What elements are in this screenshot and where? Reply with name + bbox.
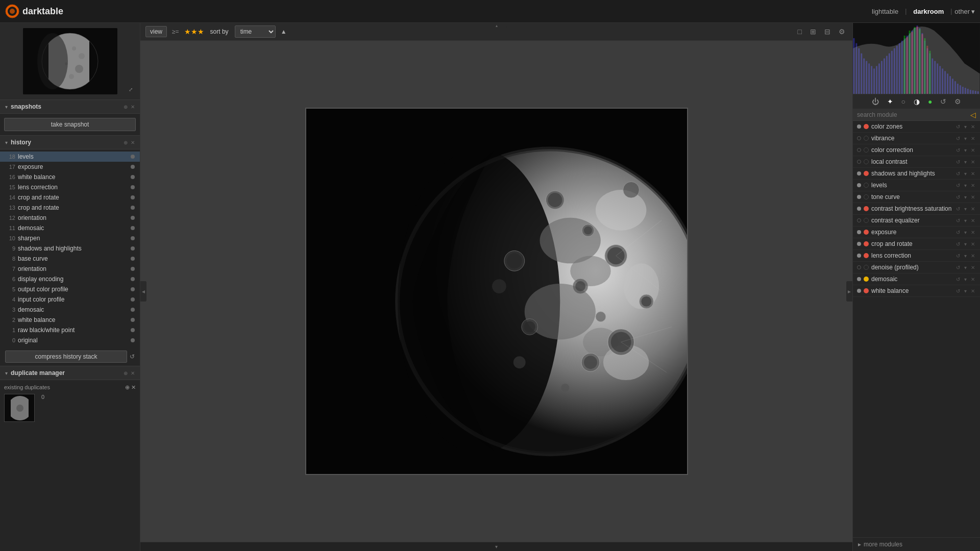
search-module-input[interactable] [857,111,970,118]
module-item[interactable]: exposure ↺ ▾ ✕ [853,227,980,238]
star-filter[interactable]: ★★★ [184,28,204,36]
module-item[interactable]: local contrast ↺ ▾ ✕ [853,156,980,168]
module-preset-icon[interactable]: ▾ [963,229,968,236]
history-copy-icon[interactable]: ⊕ [124,140,128,145]
module-item[interactable]: denoise (profiled) ↺ ▾ ✕ [853,262,980,273]
zoom-fill-icon[interactable]: ⊟ [822,27,832,37]
module-reset-icon[interactable]: ↺ [955,264,961,271]
module-item[interactable]: vibrance ↺ ▾ ✕ [853,133,980,144]
duplicate-thumbnail[interactable]: ★★★ [4,394,35,422]
module-delete-icon[interactable]: ✕ [970,170,976,177]
module-item[interactable]: demosaic ↺ ▾ ✕ [853,273,980,285]
module-reset-icon[interactable]: ↺ [955,229,961,236]
duplicate-trash-icon[interactable]: ✕ [131,370,135,376]
module-item[interactable]: lens correction ↺ ▾ ✕ [853,250,980,262]
module-reset-icon[interactable]: ↺ [955,241,961,247]
history-item[interactable]: 4 input color profile [0,294,140,305]
history-item[interactable]: 14 crop and rotate [0,192,140,203]
zoom-100-icon[interactable]: ⊞ [808,27,818,37]
module-item[interactable]: contrast equalizer ↺ ▾ ✕ [853,215,980,227]
module-item[interactable]: white balance ↺ ▾ ✕ [853,285,980,297]
more-modules[interactable]: ▸ more modules [853,537,980,551]
history-item[interactable]: 10 sharpen [0,233,140,243]
expand-icon[interactable]: ⤢ [129,87,133,92]
module-preset-icon[interactable]: ▾ [963,276,968,283]
module-delete-icon[interactable]: ✕ [970,206,976,212]
history-item[interactable]: 12 orientation [0,213,140,223]
modules-icon[interactable]: ✦ [885,96,895,107]
module-delete-icon[interactable]: ✕ [970,229,976,236]
top-collapse-arrow[interactable]: ▴ [486,23,507,28]
module-preset-icon[interactable]: ▾ [963,182,968,189]
nav-lighttable[interactable]: lighttable [868,6,902,17]
history-item[interactable]: 13 crop and rotate [0,203,140,213]
reset-icon[interactable]: ↺ [938,96,948,107]
history-item[interactable]: 18 levels [0,152,140,162]
module-delete-icon[interactable]: ✕ [970,147,976,154]
color-icon[interactable]: ◑ [912,96,922,107]
history-item[interactable]: 15 lens correction [0,182,140,192]
gear-icon[interactable]: ⚙ [952,96,963,107]
duplicate-copy-icon[interactable]: ⊕ [124,370,128,376]
module-item[interactable]: color zones ↺ ▾ ✕ [853,121,980,133]
module-preset-icon[interactable]: ▾ [963,288,968,294]
module-reset-icon[interactable]: ↺ [955,135,961,142]
module-preset-icon[interactable]: ▾ [963,206,968,212]
module-delete-icon[interactable]: ✕ [970,253,976,259]
zoom-fit-icon[interactable]: □ [796,27,804,37]
module-delete-icon[interactable]: ✕ [970,217,976,224]
module-preset-icon[interactable]: ▾ [963,253,968,259]
module-preset-icon[interactable]: ▾ [963,264,968,271]
duplicate-manager-header[interactable]: ▾ duplicate manager ⊕ ✕ [0,366,140,380]
history-item[interactable]: 1 raw black/white point [0,325,140,335]
module-reset-icon[interactable]: ↺ [955,253,961,259]
module-item[interactable]: levels ↺ ▾ ✕ [853,180,980,191]
history-item[interactable]: 11 demosaic [0,223,140,233]
history-item[interactable]: 2 white balance [0,315,140,325]
history-item[interactable]: 16 white balance [0,172,140,182]
module-preset-icon[interactable]: ▾ [963,135,968,142]
sort-arrow[interactable]: ▲ [281,28,287,35]
nav-other-dropdown[interactable]: other ▾ [954,8,975,15]
module-preset-icon[interactable]: ▾ [963,170,968,177]
module-reset-icon[interactable]: ↺ [955,288,961,294]
circle-icon[interactable]: ○ [899,96,908,107]
module-item[interactable]: tone curve ↺ ▾ ✕ [853,191,980,203]
right-collapse-arrow[interactable]: ► [846,281,852,302]
module-reset-icon[interactable]: ↺ [955,217,961,224]
left-collapse-arrow[interactable]: ◄ [140,281,146,302]
module-delete-icon[interactable]: ✕ [970,135,976,142]
module-delete-icon[interactable]: ✕ [970,159,976,165]
history-item[interactable]: 7 orientation [0,264,140,274]
snapshots-header[interactable]: ▾ snapshots ⊕ ✕ [0,99,140,114]
snapshots-copy-icon[interactable]: ⊕ [124,104,128,110]
take-snapshot-button[interactable]: take snapshot [4,118,136,131]
module-reset-icon[interactable]: ↺ [955,170,961,177]
history-item[interactable]: 3 demosaic [0,305,140,315]
search-pin-icon[interactable]: ◁ [970,111,976,119]
history-item[interactable]: 6 display encoding [0,274,140,284]
sort-select[interactable]: time filename rating [235,26,276,38]
module-preset-icon[interactable]: ▾ [963,159,968,165]
history-trash-icon[interactable]: ✕ [131,140,135,145]
module-item[interactable]: shadows and highlights ↺ ▾ ✕ [853,168,980,180]
view-button[interactable]: view [145,26,167,37]
image-container[interactable] [305,108,688,475]
module-reset-icon[interactable]: ↺ [955,123,961,130]
module-delete-icon[interactable]: ✕ [970,194,976,201]
module-delete-icon[interactable]: ✕ [970,123,976,130]
module-preset-icon[interactable]: ▾ [963,194,968,201]
green-dot-icon[interactable]: ● [926,96,934,107]
module-delete-icon[interactable]: ✕ [970,182,976,189]
module-reset-icon[interactable]: ↺ [955,194,961,201]
nav-darkroom[interactable]: darkroom [909,6,948,17]
history-item[interactable]: 9 shadows and highlights [0,243,140,254]
snapshots-trash-icon[interactable]: ✕ [131,104,135,110]
module-delete-icon[interactable]: ✕ [970,276,976,283]
history-item[interactable]: 8 base curve [0,254,140,264]
module-reset-icon[interactable]: ↺ [955,276,961,283]
module-item[interactable]: contrast brightness saturation ↺ ▾ ✕ [853,203,980,215]
module-item[interactable]: color correction ↺ ▾ ✕ [853,144,980,156]
module-preset-icon[interactable]: ▾ [963,123,968,130]
module-delete-icon[interactable]: ✕ [970,264,976,271]
